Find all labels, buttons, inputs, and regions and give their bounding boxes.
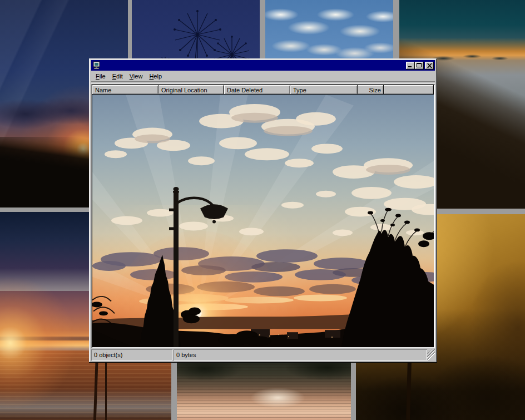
menu-file[interactable]: File [92,72,109,81]
maximize-button[interactable] [415,62,424,70]
menu-separator [91,81,435,83]
column-header-name[interactable]: Name [92,85,159,95]
resize-grip[interactable] [427,349,435,360]
wallpaper-photo-sunset-lamp [92,95,434,347]
column-header-type[interactable]: Type [290,85,358,95]
menu-help[interactable]: Help [146,72,165,81]
desktop: File Edit View Help Name Original Locati… [0,0,525,420]
column-header-blank [384,85,434,95]
status-bar: 0 object(s) 0 bytes [91,349,435,360]
titlebar-buttons [406,62,434,70]
close-button[interactable] [425,62,434,70]
water-pole [105,358,107,420]
status-bytes: 0 bytes [174,349,427,360]
bg-photo-water-reflection [177,362,351,420]
column-header-original-location[interactable]: Original Location [159,85,224,95]
menu-bar: File Edit View Help [91,71,435,81]
column-header-date-deleted[interactable]: Date Deleted [224,85,290,95]
computer-icon [92,61,101,70]
column-header-size[interactable]: Size [358,85,384,95]
list-content-area[interactable] [92,95,434,347]
window-titlebar[interactable] [91,60,435,71]
list-view: Name Original Location Date Deleted Type… [91,84,435,348]
minimize-button[interactable] [406,62,415,70]
menu-view[interactable]: View [126,72,146,81]
recycle-bin-window: File Edit View Help Name Original Locati… [89,58,437,363]
menu-edit[interactable]: Edit [109,72,126,81]
status-objects: 0 object(s) [91,349,172,360]
column-header-row: Name Original Location Date Deleted Type… [92,85,434,95]
